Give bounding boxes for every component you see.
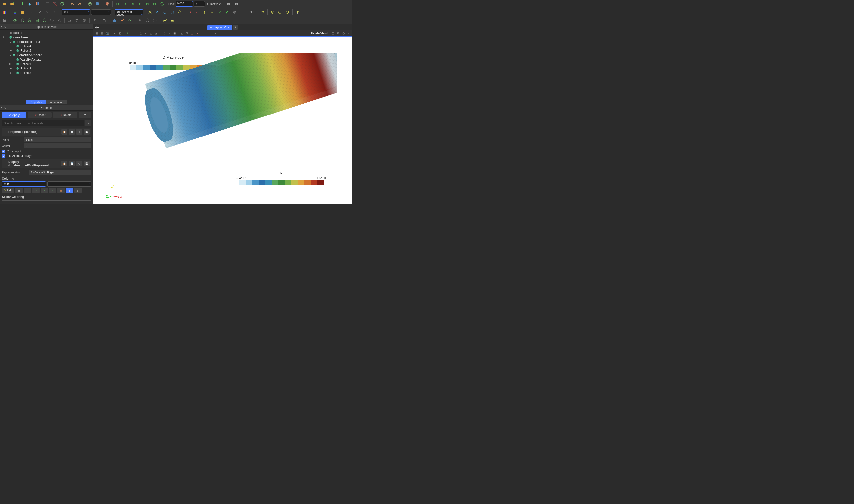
palette-button[interactable]: [104, 1, 111, 7]
tree-root[interactable]: builtin:: [0, 31, 93, 35]
axis-plus-z-button[interactable]: [216, 9, 223, 15]
visibility-icon[interactable]: 👁: [8, 71, 12, 74]
connect-button[interactable]: [44, 1, 51, 7]
first-frame-button[interactable]: [115, 1, 121, 7]
view-cube-icon[interactable]: ◱: [118, 31, 122, 36]
rotate-minus-90-button[interactable]: -90: [247, 9, 256, 15]
pick-center-button[interactable]: [162, 9, 168, 15]
plot-over-line-button[interactable]: [126, 17, 133, 23]
reset-button[interactable]: [169, 9, 175, 15]
color-array-selector[interactable]: ◉p: [2, 181, 46, 187]
axis-minus-z-button[interactable]: [224, 9, 230, 15]
tree-item[interactable]: 👁 Reflect1: [0, 62, 93, 66]
time-value-field[interactable]: 0.007: [175, 1, 193, 7]
axis-plus-x-button[interactable]: [187, 9, 193, 15]
select-tri2-icon[interactable]: ▽: [185, 31, 189, 36]
point-deselect-icon[interactable]: −: [131, 31, 135, 36]
redo-button[interactable]: [76, 1, 83, 7]
clip-button[interactable]: [19, 17, 25, 23]
center-field[interactable]: [24, 143, 91, 148]
probe-button[interactable]: ⊕: [137, 17, 143, 23]
rescale-visible-range-button[interactable]: ⤡: [40, 188, 48, 193]
play-reverse-button[interactable]: [129, 1, 136, 7]
rotate-ccw-button[interactable]: [277, 9, 283, 15]
paste-display-button[interactable]: 📄: [69, 161, 75, 166]
layout-prev-icon[interactable]: ◀: [94, 26, 97, 29]
copy-input-checkbox[interactable]: Copy Input: [2, 150, 91, 153]
load-state-button[interactable]: [27, 1, 33, 7]
extract-selection-button[interactable]: [102, 17, 108, 23]
open-button[interactable]: [1, 1, 8, 7]
rescale-button[interactable]: ↔: [29, 9, 36, 15]
save-display-button[interactable]: 💾: [84, 161, 90, 166]
tree-item[interactable]: 👁 Reflect2: [0, 66, 93, 71]
color-legend-button[interactable]: ▮: [66, 188, 73, 193]
layout-add-button[interactable]: +: [233, 25, 238, 30]
screenshot-all-button[interactable]: +: [233, 1, 240, 7]
select-tri3-icon[interactable]: △: [190, 31, 195, 36]
section-display[interactable]: — Display (UnstructuredGridRepresent 📋 📄…: [2, 159, 91, 168]
loop-button[interactable]: [159, 1, 165, 7]
center-button[interactable]: [154, 9, 161, 15]
glyph-button[interactable]: [49, 17, 55, 23]
select-cells-icon[interactable]: ◬: [149, 31, 153, 36]
search-input[interactable]: [2, 121, 84, 126]
prev-frame-button[interactable]: [122, 1, 128, 7]
layout-next-icon[interactable]: ▶: [97, 26, 99, 29]
representation-field[interactable]: [29, 170, 91, 175]
properties-close-icon[interactable]: ×: [1, 106, 2, 109]
layout-tab[interactable]: ▦ Layout #1 ×: [207, 25, 232, 30]
axis-plus-y-button[interactable]: [202, 9, 208, 15]
save-props-button[interactable]: 💾: [84, 129, 90, 134]
rotate-plus-90-button[interactable]: +90: [239, 9, 246, 15]
split-h-icon[interactable]: ◫: [331, 31, 335, 36]
light-button[interactable]: [294, 9, 301, 15]
split-v-icon[interactable]: ⊟: [336, 31, 341, 36]
warp-button[interactable]: [66, 17, 73, 23]
3d-icon[interactable]: 3D: [112, 31, 117, 36]
tree-item[interactable]: Reflect4: [0, 44, 93, 49]
play-button[interactable]: [137, 1, 143, 7]
tree-item[interactable]: 👁 Reflect3: [0, 71, 93, 75]
section-properties[interactable]: — Properties (Reflect5) 📋 📄 ⟲ 💾: [2, 128, 91, 136]
flip-arrays-checkbox[interactable]: Flip All Input Arrays: [2, 154, 91, 158]
select-tri-icon[interactable]: △: [180, 31, 184, 36]
group-button[interactable]: [74, 17, 80, 23]
rescale-temporal-button[interactable]: ↕: [52, 9, 58, 15]
brackets-button[interactable]: {..}: [152, 17, 158, 23]
calculator-button[interactable]: [1, 17, 8, 23]
color-map-button[interactable]: [1, 9, 8, 15]
use-separate-button[interactable]: ▦: [57, 188, 65, 193]
tree-item[interactable]: ▸ ExtractBlock2-solid: [0, 53, 93, 57]
scalar-bar-button[interactable]: [12, 9, 18, 15]
ruler-button[interactable]: [162, 17, 168, 23]
add-selection-icon[interactable]: +: [203, 31, 207, 36]
help-button[interactable]: ?: [79, 112, 91, 118]
tree-item[interactable]: 👁 Reflect5: [0, 49, 93, 53]
reflect-button[interactable]: [81, 17, 88, 23]
paste-props-button[interactable]: 📄: [69, 129, 75, 134]
threshold-button[interactable]: [34, 17, 40, 23]
frame-field[interactable]: [194, 1, 205, 7]
tab-information[interactable]: Information: [46, 100, 67, 104]
cube-button[interactable]: [87, 1, 93, 7]
copy-props-button[interactable]: 📋: [62, 129, 67, 134]
visibility-icon[interactable]: 👁: [8, 49, 12, 52]
contour-button[interactable]: [12, 17, 18, 23]
select-block-icon[interactable]: ⬚: [162, 31, 166, 36]
plot-data-button[interactable]: [119, 17, 125, 23]
recent-button[interactable]: [9, 1, 15, 7]
close-view-icon[interactable]: ×: [346, 31, 351, 36]
visibility-icon[interactable]: 👁: [8, 67, 12, 70]
stream-button[interactable]: [94, 1, 101, 7]
axis-minus-y-button[interactable]: [209, 9, 215, 15]
restore-display-button[interactable]: ⟲: [76, 161, 82, 166]
maximize-icon[interactable]: ▢: [341, 31, 346, 36]
rescale-visible-button[interactable]: ⤡: [44, 9, 51, 15]
link-button[interactable]: [259, 9, 266, 15]
disconnect-button[interactable]: [52, 1, 58, 7]
axis-minus-x-button[interactable]: [194, 9, 201, 15]
delete-button[interactable]: ✕Delete: [53, 112, 77, 118]
properties-pin-icon[interactable]: ◇: [4, 106, 6, 109]
zoom-to-data-button[interactable]: [176, 9, 183, 15]
